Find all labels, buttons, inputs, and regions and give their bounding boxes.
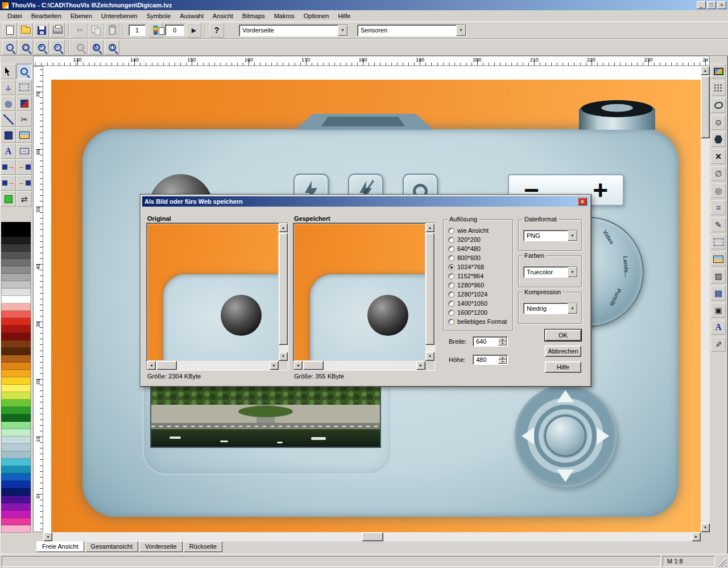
format-combobox[interactable]: PNG ▼ — [523, 230, 578, 241]
tab-freie-ansicht[interactable]: Freie Ansicht — [36, 541, 84, 552]
color-swatch[interactable] — [1, 400, 31, 407]
export-symbol-tool[interactable] — [1, 159, 16, 175]
view-combobox[interactable]: Vorderseite ▼ — [239, 24, 348, 36]
zoom-in-button[interactable]: + — [34, 40, 49, 55]
color-swatch[interactable] — [1, 488, 31, 496]
color-swatch[interactable] — [1, 444, 31, 451]
color-swatch[interactable] — [1, 503, 31, 511]
color-swatch[interactable] — [1, 511, 31, 518]
ok-button[interactable]: OK — [545, 330, 581, 341]
menu-item[interactable]: Optionen — [299, 11, 334, 21]
redraw-button[interactable]: ► — [187, 23, 201, 38]
save-file-button[interactable] — [34, 23, 49, 38]
dropdown-arrow-icon[interactable]: ▼ — [456, 25, 466, 36]
image-edit-button[interactable] — [711, 252, 726, 266]
resolution-wie-ansicht-radio[interactable]: wie Ansicht — [448, 226, 512, 235]
color-swatch[interactable] — [1, 281, 31, 289]
color-swatch[interactable] — [1, 326, 31, 333]
scroll-up-button[interactable]: ▲ — [701, 66, 710, 75]
color-swatch[interactable] — [1, 266, 31, 274]
menu-item[interactable]: Makros — [270, 11, 299, 21]
menu-item[interactable]: Bitmaps — [238, 11, 270, 21]
resolution-1280x960-radio[interactable]: 1280*960 — [448, 281, 512, 290]
spin-down-button[interactable]: ▼ — [498, 341, 507, 345]
resolution-1400x1050-radio[interactable]: 1400*1050 — [448, 299, 512, 308]
solid-color-tool[interactable] — [1, 127, 16, 143]
dropdown-arrow-icon[interactable]: ▼ — [568, 231, 577, 241]
dropdown-arrow-icon[interactable]: ▼ — [568, 303, 577, 314]
zoom-window-button[interactable] — [18, 40, 33, 55]
menu-item[interactable]: Auswahl — [175, 11, 208, 21]
vertical-scrollbar-thumb[interactable] — [701, 76, 710, 138]
diameter-button[interactable]: ∅ — [711, 166, 726, 181]
menu-item[interactable]: Datei — [3, 11, 27, 21]
dimension-tool[interactable] — [16, 143, 32, 159]
menu-item[interactable]: Bearbeiten — [27, 11, 66, 21]
color-swatch[interactable] — [1, 481, 31, 488]
layer-combobox[interactable]: Sensoren ▼ — [357, 24, 466, 36]
paste-button[interactable] — [105, 23, 119, 38]
horizontal-scrollbar-thumb[interactable] — [303, 361, 324, 370]
scroll-right-button[interactable]: ► — [692, 532, 701, 541]
width-spinner[interactable]: 640 ▲ ▼ — [473, 336, 508, 347]
clip-region-button[interactable] — [711, 234, 726, 249]
color-swatch[interactable] — [1, 311, 31, 318]
scroll-down-button[interactable]: ▼ — [279, 352, 288, 361]
cancel-button[interactable]: Abbrechen — [545, 345, 581, 357]
open-file-button[interactable] — [18, 23, 33, 38]
color-swatch[interactable] — [1, 244, 31, 252]
minimize-button[interactable]: _ — [697, 1, 706, 9]
preview-vertical-scrollbar[interactable]: ▲ ▼ — [279, 223, 288, 361]
menu-item[interactable]: Ansicht — [208, 11, 238, 21]
vertical-scrollbar-thumb[interactable] — [279, 233, 288, 345]
color-swatch[interactable] — [1, 377, 31, 385]
color-swatch[interactable] — [1, 407, 31, 414]
new-file-button[interactable] — [2, 23, 17, 38]
scroll-down-button[interactable]: ▼ — [425, 352, 435, 361]
color-swatch[interactable] — [1, 222, 31, 229]
menu-item[interactable]: Symbole — [142, 11, 175, 21]
cut-button[interactable]: ✂ — [73, 23, 88, 38]
color-swatch[interactable] — [1, 363, 31, 370]
zoom-page-button[interactable] — [105, 40, 119, 55]
text-style-button[interactable]: A — [711, 320, 726, 335]
select-transform-tool[interactable] — [16, 80, 32, 95]
dot-grid-button[interactable] — [711, 81, 726, 96]
resolution-320x200-radio[interactable]: 320*200 — [448, 235, 512, 244]
active-color-swatch[interactable] — [1, 191, 16, 207]
crop-button[interactable]: ▣ — [711, 303, 726, 318]
preview-vertical-scrollbar[interactable]: ▲ ▼ — [425, 223, 435, 361]
canvas-vertical-scrollbar[interactable]: ▲ ▼ — [701, 66, 710, 532]
color-swatch[interactable] — [1, 451, 31, 459]
pattern-import-tool[interactable] — [16, 175, 32, 191]
page-number-field[interactable] — [129, 24, 146, 36]
pencil-button[interactable]: ✎ — [711, 217, 726, 232]
color-swatch[interactable] — [1, 496, 31, 503]
bitmap-tool[interactable] — [16, 127, 32, 143]
color-swatch[interactable] — [1, 340, 31, 348]
color-swatch[interactable] — [1, 289, 31, 296]
concentric-button[interactable]: ◎ — [711, 183, 726, 198]
scroll-down-button[interactable]: ▼ — [701, 523, 710, 532]
color-swatch[interactable] — [1, 348, 31, 355]
color-swatch[interactable] — [1, 237, 31, 244]
menu-item[interactable]: Ebenen — [66, 11, 97, 21]
scroll-left-button[interactable]: ◄ — [293, 361, 303, 370]
scroll-left-button[interactable]: ◄ — [147, 361, 156, 370]
color-swatch[interactable] — [1, 385, 31, 392]
move-tool[interactable] — [1, 80, 16, 95]
color-swatch[interactable] — [1, 437, 31, 444]
color-swatch[interactable] — [1, 229, 31, 237]
swap-colors-tool[interactable]: ⇄ — [16, 191, 32, 207]
color-swatch[interactable] — [1, 459, 31, 466]
maximize-button[interactable]: □ — [707, 1, 716, 9]
color-swatch[interactable] — [1, 296, 31, 303]
resolution-1280x1024-radio[interactable]: 1280*1024 — [448, 290, 512, 299]
zoom-actual-button[interactable]: 1 — [89, 40, 104, 55]
vertical-scrollbar-thumb[interactable] — [425, 233, 435, 345]
color-swatch[interactable] — [1, 466, 31, 474]
resolution-beliebig-radio[interactable]: beliebiges Format — [448, 317, 512, 326]
scroll-right-button[interactable]: ► — [416, 361, 425, 370]
resolution-640x480-radio[interactable]: 640*480 — [448, 244, 512, 253]
layer-number-field[interactable] — [165, 24, 184, 36]
